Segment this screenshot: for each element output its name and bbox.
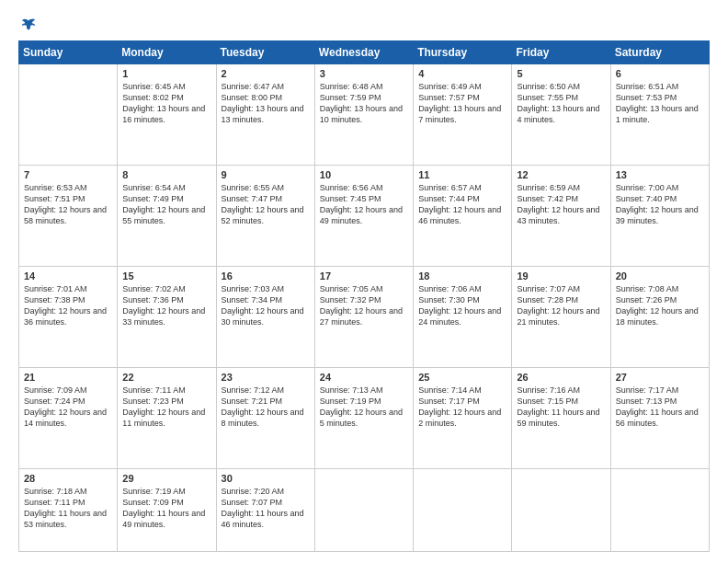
day-info: Sunrise: 7:18 AM Sunset: 7:11 PM Dayligh… xyxy=(24,486,112,531)
day-info: Sunrise: 7:06 AM Sunset: 7:30 PM Dayligh… xyxy=(418,283,506,328)
calendar-cell: 5Sunrise: 6:50 AM Sunset: 7:55 PM Daylig… xyxy=(512,64,610,166)
week-row-5: 28Sunrise: 7:18 AM Sunset: 7:11 PM Dayli… xyxy=(19,469,710,552)
calendar-cell: 23Sunrise: 7:12 AM Sunset: 7:21 PM Dayli… xyxy=(216,368,314,469)
day-info: Sunrise: 7:07 AM Sunset: 7:28 PM Dayligh… xyxy=(517,283,605,328)
calendar-cell: 17Sunrise: 7:05 AM Sunset: 7:32 PM Dayli… xyxy=(314,267,413,368)
day-number: 29 xyxy=(122,473,210,484)
day-number: 25 xyxy=(418,372,506,383)
calendar-cell xyxy=(19,64,118,166)
calendar-cell: 12Sunrise: 6:59 AM Sunset: 7:42 PM Dayli… xyxy=(512,166,610,267)
day-number: 3 xyxy=(320,68,408,79)
day-info: Sunrise: 6:50 AM Sunset: 7:55 PM Dayligh… xyxy=(517,81,605,126)
day-number: 5 xyxy=(517,68,605,79)
calendar-cell: 21Sunrise: 7:09 AM Sunset: 7:24 PM Dayli… xyxy=(19,368,118,469)
day-number: 22 xyxy=(122,372,210,383)
day-number: 17 xyxy=(320,270,408,282)
day-info: Sunrise: 6:49 AM Sunset: 7:57 PM Dayligh… xyxy=(418,81,506,126)
calendar-cell xyxy=(610,469,709,552)
day-number: 18 xyxy=(418,270,506,282)
calendar-cell: 19Sunrise: 7:07 AM Sunset: 7:28 PM Dayli… xyxy=(512,267,610,368)
calendar-cell: 27Sunrise: 7:17 AM Sunset: 7:13 PM Dayli… xyxy=(610,368,709,469)
day-info: Sunrise: 7:13 AM Sunset: 7:19 PM Dayligh… xyxy=(320,385,408,430)
calendar-cell: 22Sunrise: 7:11 AM Sunset: 7:23 PM Dayli… xyxy=(118,368,216,469)
day-info: Sunrise: 6:55 AM Sunset: 7:47 PM Dayligh… xyxy=(222,182,310,227)
day-number: 1 xyxy=(122,68,210,79)
calendar-cell: 14Sunrise: 7:01 AM Sunset: 7:38 PM Dayli… xyxy=(19,267,118,368)
logo-text xyxy=(18,17,37,33)
day-info: Sunrise: 7:09 AM Sunset: 7:24 PM Dayligh… xyxy=(24,385,112,430)
day-info: Sunrise: 7:12 AM Sunset: 7:21 PM Dayligh… xyxy=(222,385,310,430)
day-info: Sunrise: 7:08 AM Sunset: 7:26 PM Dayligh… xyxy=(616,283,704,328)
day-number: 27 xyxy=(616,372,704,383)
weekday-header-sunday: Sunday xyxy=(19,41,118,64)
day-number: 8 xyxy=(122,169,210,180)
week-row-4: 21Sunrise: 7:09 AM Sunset: 7:24 PM Dayli… xyxy=(19,368,710,469)
day-info: Sunrise: 7:11 AM Sunset: 7:23 PM Dayligh… xyxy=(122,385,210,430)
day-info: Sunrise: 6:45 AM Sunset: 8:02 PM Dayligh… xyxy=(122,81,210,126)
day-info: Sunrise: 7:01 AM Sunset: 7:38 PM Dayligh… xyxy=(24,283,112,328)
day-number: 24 xyxy=(320,372,408,383)
day-info: Sunrise: 6:53 AM Sunset: 7:51 PM Dayligh… xyxy=(24,182,112,227)
day-info: Sunrise: 7:03 AM Sunset: 7:34 PM Dayligh… xyxy=(222,283,310,328)
day-number: 28 xyxy=(24,473,112,484)
day-number: 6 xyxy=(616,68,704,79)
weekday-header-row: SundayMondayTuesdayWednesdayThursdayFrid… xyxy=(19,41,710,64)
calendar-cell: 3Sunrise: 6:48 AM Sunset: 7:59 PM Daylig… xyxy=(314,64,413,166)
day-number: 23 xyxy=(222,372,310,383)
calendar-cell: 7Sunrise: 6:53 AM Sunset: 7:51 PM Daylig… xyxy=(19,166,118,267)
day-number: 7 xyxy=(24,169,112,180)
day-info: Sunrise: 7:14 AM Sunset: 7:17 PM Dayligh… xyxy=(418,385,506,430)
day-number: 9 xyxy=(222,169,310,180)
day-number: 11 xyxy=(418,169,506,180)
weekday-header-wednesday: Wednesday xyxy=(314,41,413,64)
day-info: Sunrise: 6:57 AM Sunset: 7:44 PM Dayligh… xyxy=(418,182,506,227)
calendar-cell: 2Sunrise: 6:47 AM Sunset: 8:00 PM Daylig… xyxy=(216,64,314,166)
weekday-header-tuesday: Tuesday xyxy=(216,41,314,64)
calendar-cell: 18Sunrise: 7:06 AM Sunset: 7:30 PM Dayli… xyxy=(414,267,512,368)
calendar-cell: 4Sunrise: 6:49 AM Sunset: 7:57 PM Daylig… xyxy=(414,64,512,166)
day-info: Sunrise: 7:20 AM Sunset: 7:07 PM Dayligh… xyxy=(222,486,310,531)
week-row-3: 14Sunrise: 7:01 AM Sunset: 7:38 PM Dayli… xyxy=(19,267,710,368)
day-number: 16 xyxy=(222,270,310,282)
header xyxy=(18,17,710,33)
logo-bird-icon xyxy=(20,17,37,33)
day-number: 4 xyxy=(418,68,506,79)
day-info: Sunrise: 7:17 AM Sunset: 7:13 PM Dayligh… xyxy=(616,385,704,430)
calendar-cell: 9Sunrise: 6:55 AM Sunset: 7:47 PM Daylig… xyxy=(216,166,314,267)
day-number: 19 xyxy=(517,270,605,282)
day-info: Sunrise: 6:48 AM Sunset: 7:59 PM Dayligh… xyxy=(320,81,408,126)
day-info: Sunrise: 6:56 AM Sunset: 7:45 PM Dayligh… xyxy=(320,182,408,227)
day-number: 15 xyxy=(122,270,210,282)
calendar-cell: 26Sunrise: 7:16 AM Sunset: 7:15 PM Dayli… xyxy=(512,368,610,469)
calendar-cell xyxy=(512,469,610,552)
calendar-cell: 29Sunrise: 7:19 AM Sunset: 7:09 PM Dayli… xyxy=(118,469,216,552)
calendar-cell: 15Sunrise: 7:02 AM Sunset: 7:36 PM Dayli… xyxy=(118,267,216,368)
calendar-cell: 8Sunrise: 6:54 AM Sunset: 7:49 PM Daylig… xyxy=(118,166,216,267)
calendar-cell: 20Sunrise: 7:08 AM Sunset: 7:26 PM Dayli… xyxy=(610,267,709,368)
day-number: 21 xyxy=(24,372,112,383)
day-number: 2 xyxy=(222,68,310,79)
calendar-cell: 6Sunrise: 6:51 AM Sunset: 7:53 PM Daylig… xyxy=(610,64,709,166)
page: SundayMondayTuesdayWednesdayThursdayFrid… xyxy=(0,0,728,563)
calendar-cell: 16Sunrise: 7:03 AM Sunset: 7:34 PM Dayli… xyxy=(216,267,314,368)
day-number: 12 xyxy=(517,169,605,180)
calendar-cell: 1Sunrise: 6:45 AM Sunset: 8:02 PM Daylig… xyxy=(118,64,216,166)
week-row-1: 1Sunrise: 6:45 AM Sunset: 8:02 PM Daylig… xyxy=(19,64,710,166)
calendar-cell: 11Sunrise: 6:57 AM Sunset: 7:44 PM Dayli… xyxy=(414,166,512,267)
weekday-header-thursday: Thursday xyxy=(414,41,512,64)
day-info: Sunrise: 7:02 AM Sunset: 7:36 PM Dayligh… xyxy=(122,283,210,328)
day-info: Sunrise: 6:59 AM Sunset: 7:42 PM Dayligh… xyxy=(517,182,605,227)
day-number: 26 xyxy=(517,372,605,383)
calendar-cell: 24Sunrise: 7:13 AM Sunset: 7:19 PM Dayli… xyxy=(314,368,413,469)
day-info: Sunrise: 7:05 AM Sunset: 7:32 PM Dayligh… xyxy=(320,283,408,328)
logo xyxy=(18,17,37,33)
day-info: Sunrise: 7:16 AM Sunset: 7:15 PM Dayligh… xyxy=(517,385,605,430)
week-row-2: 7Sunrise: 6:53 AM Sunset: 7:51 PM Daylig… xyxy=(19,166,710,267)
calendar-table: SundayMondayTuesdayWednesdayThursdayFrid… xyxy=(18,40,710,552)
calendar-cell: 30Sunrise: 7:20 AM Sunset: 7:07 PM Dayli… xyxy=(216,469,314,552)
day-number: 20 xyxy=(616,270,704,282)
day-info: Sunrise: 7:00 AM Sunset: 7:40 PM Dayligh… xyxy=(616,182,704,227)
calendar-cell xyxy=(314,469,413,552)
calendar-cell: 28Sunrise: 7:18 AM Sunset: 7:11 PM Dayli… xyxy=(19,469,118,552)
day-info: Sunrise: 6:47 AM Sunset: 8:00 PM Dayligh… xyxy=(222,81,310,126)
